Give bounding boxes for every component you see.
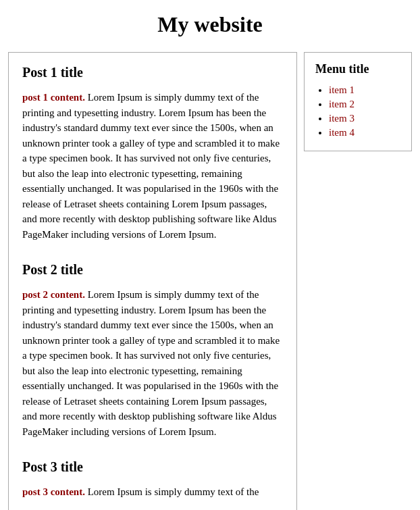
main-content: Post 1 titlepost 1 content. Lorem Ipsum … [8,52,297,510]
sidebar-title: Menu title [315,62,400,76]
page-layout: Post 1 titlepost 1 content. Lorem Ipsum … [8,52,412,510]
post-label: post 3 content. [22,486,85,497]
post-label: post 1 content. [22,92,85,103]
site-title: My website [0,0,420,52]
post-body: post 1 content. Lorem Ipsum is simply du… [22,90,283,242]
sidebar-menu-item: item 3 [329,113,400,124]
sidebar-menu-link[interactable]: item 3 [329,113,355,124]
post-post1: Post 1 titlepost 1 content. Lorem Ipsum … [22,65,283,242]
post-label: post 2 content. [22,289,85,300]
post-title: Post 3 title [22,459,283,475]
post-body: post 2 content. Lorem Ipsum is simply du… [22,287,283,439]
sidebar-menu-link[interactable]: item 4 [329,127,355,138]
post-post2: Post 2 titlepost 2 content. Lorem Ipsum … [22,262,283,439]
sidebar-menu-link[interactable]: item 2 [329,99,355,109]
post-body: post 3 content. Lorem Ipsum is simply du… [22,484,283,500]
sidebar: Menu title item 1item 2item 3item 4 [304,52,412,151]
sidebar-menu-item: item 4 [329,127,400,138]
post-title: Post 1 title [22,65,283,80]
sidebar-menu: item 1item 2item 3item 4 [315,84,400,138]
sidebar-menu-item: item 2 [329,99,400,110]
sidebar-menu-link[interactable]: item 1 [329,84,355,95]
post-post3: Post 3 titlepost 3 content. Lorem Ipsum … [22,459,283,500]
post-title: Post 2 title [22,262,283,278]
sidebar-menu-item: item 1 [329,84,400,96]
